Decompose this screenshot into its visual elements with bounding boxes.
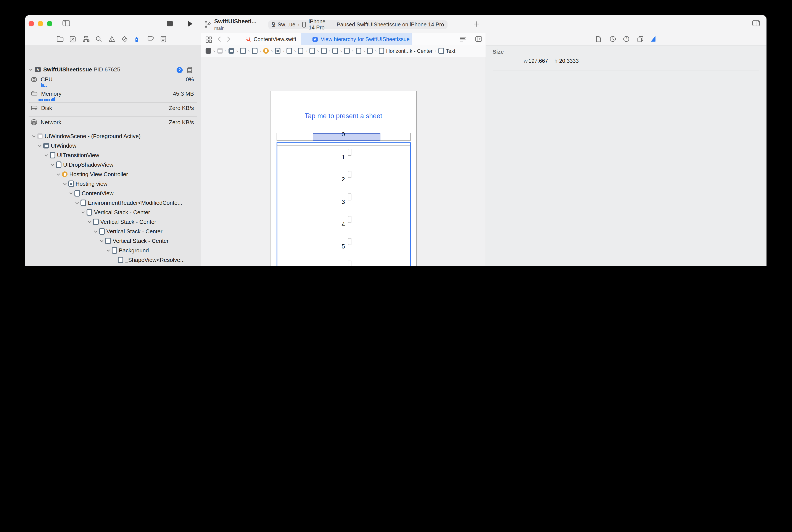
breadcrumb-view-icon[interactable] [309, 48, 315, 54]
breadcrumb-text[interactable]: Text [439, 48, 455, 54]
disclosure-chevron-icon[interactable] [99, 239, 104, 243]
vc-icon [62, 171, 67, 177]
navigator-tab-find-navigator[interactable] [96, 36, 102, 42]
tree-row-vertical-stack-center[interactable]: Vertical Stack - Center [25, 217, 201, 226]
inspector-tab-hierarchy-inspector[interactable] [637, 36, 643, 42]
stat-row-disk[interactable]: DiskZero KB/s [25, 103, 201, 113]
tree-row-horizontal-stack-ce-[interactable]: Horizontal Stack - Ce... [25, 265, 201, 266]
breadcrumb-view-icon[interactable] [252, 48, 257, 54]
navigator-tab-issue-navigator[interactable] [109, 36, 115, 42]
close-button[interactable] [28, 21, 34, 26]
breadcrumb-view-icon[interactable] [367, 48, 373, 54]
tree-row-hosting-view[interactable]: Hosting view [25, 179, 201, 188]
stat-row-cpu[interactable]: CPU0% [25, 75, 201, 84]
memory-graph-stack-icon[interactable] [186, 66, 193, 74]
navigator-tab-source-control-navigator[interactable] [70, 36, 76, 42]
scheme-status-pill[interactable]: A Sw...ue › iPhone 14 Pro Paused SwiftUI… [268, 20, 447, 29]
tree-row-contentview[interactable]: ContentView [25, 189, 201, 198]
tree-row-background[interactable]: Background [25, 246, 201, 255]
tree-row-uidropshadowview[interactable]: UIDropShadowView [25, 160, 201, 169]
tab-view-hierarchy[interactable]: A View hierarchy for SwiftUISheetIssue [301, 33, 412, 45]
breadcrumb-app-icon[interactable] [206, 48, 211, 54]
run-button[interactable] [187, 20, 193, 27]
related-items-grid-icon[interactable] [206, 36, 212, 43]
view-debugger-canvas[interactable]: Tap me to present a sheet 01234567891011… [201, 57, 486, 266]
breadcrumb-view-icon[interactable] [240, 48, 246, 54]
breadcrumb-stack-label[interactable]: Horizont...k - Center [386, 48, 432, 54]
disclosure-chevron-icon[interactable] [69, 191, 74, 195]
add-editor-plus-icon[interactable] [474, 21, 479, 27]
tree-row-vertical-stack-center[interactable]: Vertical Stack - Center [25, 236, 201, 245]
branch-name[interactable]: main [214, 25, 225, 31]
disclosure-chevron-icon[interactable] [87, 220, 92, 224]
disclosure-chevron-icon[interactable] [74, 201, 80, 205]
tree-row-hosting-view-controller[interactable]: Hosting View Controller [25, 170, 201, 179]
tree-row-vertical-stack-center[interactable]: Vertical Stack - Center [25, 208, 201, 217]
disclosure-chevron-icon[interactable] [28, 67, 33, 72]
tree-row-uiwindowscene-foreground-active-[interactable]: UIWindowScene - (Foreground Active) [25, 132, 201, 141]
tree-row-label: UIDropShadowView [63, 162, 113, 168]
breadcrumb-view-icon[interactable] [333, 48, 338, 54]
navigator-tab-test-navigator[interactable] [122, 36, 128, 42]
right-sidebar-toggle-icon[interactable] [752, 20, 760, 26]
forward-chevron-icon[interactable] [227, 36, 231, 42]
disclosure-chevron-icon[interactable] [105, 248, 111, 252]
editor-options-icon[interactable] [460, 36, 466, 42]
left-sidebar-toggle-icon[interactable] [62, 20, 70, 26]
xcode-window: SwiftUISheetI... main A Sw...ue › iPhone… [25, 15, 767, 266]
tree-row-uiwindow[interactable]: UIWindow [25, 141, 201, 150]
navigator-tab-breakpoint-navigator[interactable] [148, 36, 155, 41]
tree-row-vertical-stack-center[interactable]: Vertical Stack - Center [25, 227, 201, 236]
disclosure-chevron-icon[interactable] [81, 210, 86, 214]
breadcrumb-vc-icon[interactable] [263, 48, 269, 54]
breadcrumb-view-icon[interactable] [355, 48, 361, 54]
tree-row-environmentreader-modifiedconte-[interactable]: EnvironmentReader<ModifiedConte... [25, 198, 201, 207]
present-sheet-button[interactable]: Tap me to present a sheet [270, 112, 416, 120]
gauge-icon[interactable] [176, 66, 183, 74]
breadcrumb-view-icon[interactable] [298, 48, 304, 54]
navigator-tab-report-navigator[interactable] [160, 36, 166, 42]
navigator-tab-project-navigator[interactable] [57, 36, 64, 42]
disclosure-chevron-icon[interactable] [62, 182, 67, 186]
back-chevron-icon[interactable] [217, 36, 221, 42]
tab-view-hierarchy-label[interactable]: View hierarchy for SwiftUISheetIssue [321, 36, 410, 42]
navigator-tab-symbol-navigator[interactable] [83, 36, 90, 42]
navigator-tab-debug-navigator[interactable] [135, 36, 141, 42]
inspector-tab-quick-help-inspector[interactable]: ? [623, 36, 629, 42]
inspector-tab-size-inspector[interactable] [651, 36, 656, 42]
breadcrumb-window-icon[interactable] [229, 48, 234, 54]
stat-value: Zero KB/s [169, 105, 194, 111]
device-screen[interactable]: Tap me to present a sheet 01234567891011… [270, 91, 417, 266]
scheme-name[interactable]: Sw...ue [278, 22, 295, 28]
disclosure-chevron-icon[interactable] [93, 229, 98, 233]
breadcrumb-separator: › [283, 48, 284, 54]
disclosure-chevron-icon[interactable] [56, 172, 61, 176]
split-editor-icon[interactable] [475, 36, 482, 42]
stat-row-network[interactable]: NetworkZero KB/s [25, 118, 201, 127]
breadcrumb-view-icon[interactable] [286, 48, 292, 54]
minimize-button[interactable] [38, 21, 43, 26]
zoom-button[interactable] [47, 21, 52, 26]
breadcrumb-text-label[interactable]: Text [446, 48, 455, 54]
height-value[interactable]: 20.3333 [559, 58, 579, 64]
project-title[interactable]: SwiftUISheetI... [214, 18, 256, 25]
inspector-tab-history-inspector[interactable] [610, 36, 616, 42]
disclosure-chevron-icon[interactable] [43, 153, 49, 157]
breadcrumb-windowscene-icon[interactable] [217, 48, 223, 54]
disclosure-chevron-icon[interactable] [31, 134, 36, 138]
breadcrumb-view-icon[interactable] [321, 48, 327, 54]
inspector-tab-file-inspector[interactable] [596, 36, 601, 42]
run-destination[interactable]: iPhone 14 Pro [309, 19, 330, 31]
stop-button[interactable] [167, 21, 173, 26]
width-value[interactable]: 197.667 [528, 58, 548, 64]
tree-row--shapeview-resolve-[interactable]: _ShapeView<Resolve... [25, 255, 201, 265]
tree-row-uitransitionview[interactable]: UITransitionView [25, 151, 201, 160]
process-row[interactable]: A SwiftUISheetIssue PID 67625 [25, 65, 201, 74]
breadcrumb-view-icon[interactable] [344, 48, 350, 54]
tab-contentview-label[interactable]: ContentView.swift [254, 36, 296, 42]
disclosure-chevron-icon[interactable] [50, 163, 55, 167]
breadcrumb-horizontal-stack[interactable]: Horizont...k - Center [379, 48, 432, 54]
breadcrumb-hostingview-icon[interactable] [275, 48, 281, 54]
view-icon [56, 162, 61, 168]
disclosure-chevron-icon[interactable] [37, 144, 43, 148]
